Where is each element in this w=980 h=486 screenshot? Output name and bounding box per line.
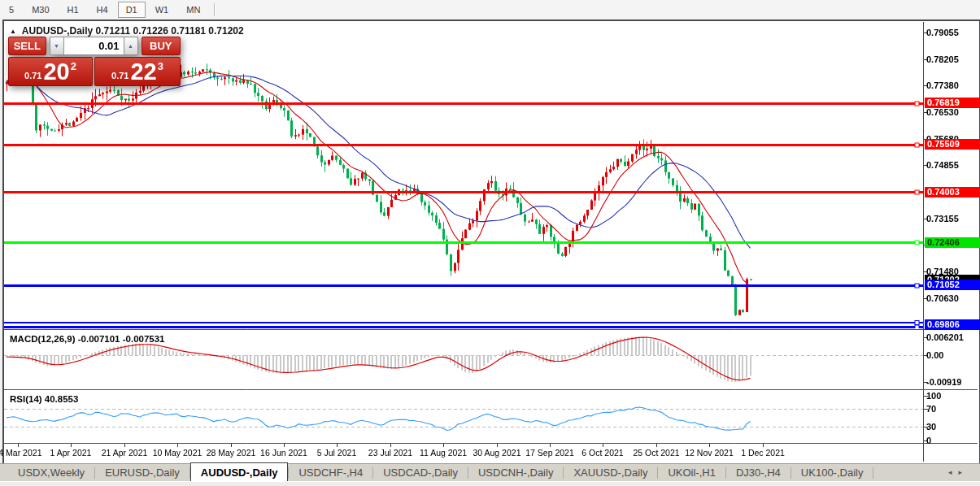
trading-terminal-window: 5M30H1H4D1W1MN ▲ AUDUSD-,Daily 0.71211 0… <box>0 0 980 486</box>
date-axis-label: 1 Dec 2021 <box>741 448 785 458</box>
chart-symbol-label: AUDUSD-,Daily <box>22 25 93 37</box>
date-axis-label: 10 May 2021 <box>153 448 203 458</box>
rsi-tick-label: 100 <box>926 391 941 401</box>
date-axis-label: 14 Mar 2021 <box>0 448 41 458</box>
date-axis-label: 12 Nov 2021 <box>685 448 734 458</box>
tab-scroll-left-icon[interactable]: ◂ <box>948 468 959 476</box>
symbol-tab-usdchf-h4[interactable]: USDCHF-,H4 <box>289 464 372 482</box>
sell-price-button[interactable]: 0.71 20 2 <box>8 57 93 86</box>
symbol-tab-bar: USDX,WeeklyEURUSD-,DailyAUDUSD-,DailyUSD… <box>0 463 980 482</box>
date-axis-label: 6 Oct 2021 <box>581 448 623 458</box>
symbol-tab-usdcnh-daily[interactable]: USDCNH-,Daily <box>468 464 563 482</box>
date-axis-label: 30 Aug 2021 <box>473 448 521 458</box>
buy-price-pips: 22 <box>130 60 156 84</box>
volume-stepper: ▼ ▲ <box>50 37 138 55</box>
symbol-tab-xauusd-daily[interactable]: XAUUSD-,Daily <box>564 464 657 482</box>
one-click-trade-panel: SELL ▼ ▲ BUY 0.71 20 2 0.71 22 3 <box>8 37 181 86</box>
buy-price-handle: 0.71 <box>111 71 128 80</box>
date-axis-label: 17 Sep 2021 <box>525 448 574 458</box>
date-axis-label: 5 Jul 2021 <box>317 448 356 458</box>
price-line-badge: 0.74003 <box>925 187 980 197</box>
date-axis-label: 11 Aug 2021 <box>420 448 467 458</box>
macd-tick-label: 0.006201 <box>926 332 964 342</box>
tab-scroll-right-icon[interactable]: ▸ <box>958 468 969 476</box>
buy-button[interactable]: BUY <box>142 37 181 55</box>
price-tick-label: 0.70630 <box>926 293 959 303</box>
date-axis-label: 23 Jul 2021 <box>368 448 412 458</box>
rsi-tick-label: 0 <box>926 436 931 445</box>
rsi-tick-label: 70 <box>926 404 936 414</box>
date-axis-label: 16 Jun 2021 <box>260 448 307 458</box>
price-tick-label: 0.79055 <box>926 28 959 37</box>
volume-increase-icon[interactable]: ▲ <box>124 37 138 55</box>
status-bar <box>0 481 980 486</box>
symbol-tab-ukoil-h1[interactable]: UKOil-,H1 <box>658 464 725 482</box>
macd-tick-label: -0.00919 <box>926 377 961 387</box>
price-tick-label: 0.76530 <box>926 107 959 117</box>
price-line-badge: 0.72406 <box>925 237 980 248</box>
symbol-tab-audusd-daily[interactable]: AUDUSD-,Daily <box>190 462 289 482</box>
price-line-badge: 0.76819 <box>925 98 980 108</box>
price-tick-label: 0.78205 <box>926 54 959 64</box>
symbol-tab-dj30-h4[interactable]: DJ30-,H4 <box>726 464 791 482</box>
price-line-badge: 0.71052 <box>925 280 980 290</box>
volume-input[interactable] <box>64 37 124 55</box>
date-axis-label: 25 Oct 2021 <box>633 448 679 458</box>
price-tick-label: 0.73155 <box>926 214 959 223</box>
date-axis-label: 21 Apr 2021 <box>102 448 148 458</box>
tab-divider <box>873 467 873 479</box>
macd-header: MACD(12,26,9) -0.007101 -0.007531 <box>10 334 165 344</box>
sell-button[interactable]: SELL <box>8 37 46 55</box>
tab-scroll-arrows: ◂▸ <box>948 468 969 476</box>
price-line-badge: 0.75509 <box>925 139 980 150</box>
date-axis-label: 28 May 2021 <box>207 448 256 458</box>
symbol-tab-usdx-weekly[interactable]: USDX,Weekly <box>8 464 94 482</box>
price-line-badge: 0.69806 <box>925 319 980 330</box>
rsi-tick-label: 30 <box>926 422 936 432</box>
macd-tick-label: 0.00 <box>926 350 943 360</box>
price-tick-label: 0.77380 <box>926 80 959 90</box>
chart-ohlc-values: 0.71211 0.71226 0.71181 0.71202 <box>96 25 244 37</box>
price-tick-label: 0.74855 <box>926 160 959 170</box>
symbol-tab-eurusd-daily[interactable]: EURUSD-,Daily <box>95 464 189 482</box>
date-axis-label: 1 Apr 2021 <box>50 448 92 458</box>
chart-title: ▲ AUDUSD-,Daily 0.71211 0.71226 0.71181 … <box>10 25 244 37</box>
volume-decrease-icon[interactable]: ▼ <box>50 37 64 55</box>
sell-price-pips: 20 <box>43 60 69 84</box>
sell-price-fraction: 2 <box>71 60 76 72</box>
symbol-tab-usdcad-daily[interactable]: USDCAD-,Daily <box>373 464 468 482</box>
buy-price-button[interactable]: 0.71 22 3 <box>94 57 181 86</box>
buy-price-fraction: 3 <box>158 60 163 72</box>
collapse-triangle-icon[interactable]: ▲ <box>10 28 16 35</box>
rsi-header: RSI(14) 40.8553 <box>10 394 78 404</box>
symbol-tab-uk100-daily[interactable]: UK100-,Daily <box>791 464 873 482</box>
sell-price-handle: 0.71 <box>24 71 41 80</box>
